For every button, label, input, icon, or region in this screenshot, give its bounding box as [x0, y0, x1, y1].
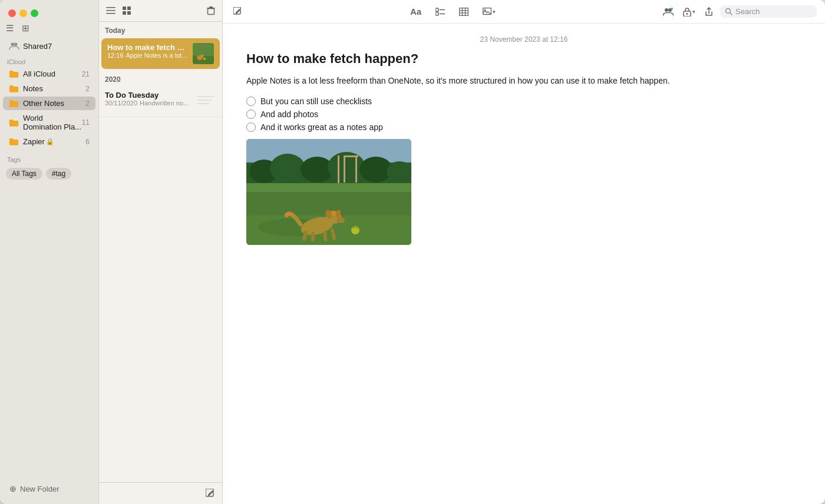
close-button[interactable]: [8, 9, 16, 17]
folder-count-all-icloud: 21: [82, 70, 90, 78]
sidebar-item-all-icloud[interactable]: All iCloud 21: [3, 67, 95, 81]
note-preview-1: Apple Notes is a lot l...: [126, 52, 189, 59]
svg-point-47: [270, 154, 305, 183]
svg-rect-8: [127, 11, 131, 15]
media-dropdown-icon: ▾: [493, 9, 496, 15]
sidebar-item-world-domination[interactable]: World Domination Pla... 11: [3, 111, 95, 134]
note-body: 23 November 2023 at 12:16 How to make fe…: [223, 24, 825, 504]
trash-icon: [207, 6, 215, 15]
lock-button[interactable]: ▾: [681, 6, 698, 18]
svg-point-18: [203, 58, 206, 60]
note-image: [246, 139, 411, 245]
checklist-circle-1: [246, 97, 256, 106]
svg-point-1: [14, 43, 17, 46]
checklist-button[interactable]: [433, 6, 447, 17]
trash-button[interactable]: [206, 5, 216, 16]
notes-list-pane: Today How to make fetch hap... 12:16 App…: [99, 0, 223, 504]
checklist-item-3[interactable]: And it works great as a notes app: [246, 122, 801, 132]
folder-count-zapier: 6: [85, 138, 90, 146]
grid-view-button[interactable]: [121, 5, 133, 16]
checklist-item-2[interactable]: And add photos: [246, 110, 801, 119]
svg-rect-2: [106, 7, 116, 8]
collaborate-button[interactable]: [661, 6, 676, 18]
search-icon: [725, 8, 732, 15]
sidebar-item-shared[interactable]: Shared 7: [3, 39, 95, 53]
tags-label: Tags: [6, 154, 93, 165]
svg-rect-3: [106, 10, 116, 11]
note-content-toolbar: Aa: [223, 0, 825, 24]
checklist-item-1[interactable]: But you can still use checklists: [246, 97, 801, 106]
sidebar-item-notes[interactable]: Notes 2: [3, 82, 95, 95]
note-content-pane: Aa: [223, 0, 825, 504]
svg-rect-13: [193, 56, 214, 64]
search-input[interactable]: [735, 7, 812, 16]
folder-icon-zapier: [9, 137, 19, 146]
center-toolbar: Aa: [251, 5, 655, 18]
traffic-lights: [0, 5, 98, 23]
section-header-today: Today: [99, 22, 222, 37]
svg-rect-19: [195, 91, 216, 112]
compose-button[interactable]: [204, 488, 216, 499]
folder-label-all-icloud: All iCloud: [23, 69, 55, 78]
note-heading: How to make fetch happen?: [246, 51, 801, 68]
folder-count-notes: 2: [85, 85, 90, 93]
svg-rect-27: [435, 12, 438, 15]
svg-rect-5: [123, 6, 126, 10]
svg-rect-69: [246, 215, 411, 245]
svg-point-38: [671, 8, 673, 10]
compose-note-icon: [233, 7, 243, 16]
zapier-lock-icon: 🔒: [46, 138, 54, 145]
folder-label-world-domination: World Domination Pla...: [23, 114, 82, 131]
sidebar-item-other-notes[interactable]: Other Notes 2: [3, 97, 95, 110]
sidebar-item-zapier[interactable]: Zapier 🔒 6: [3, 135, 95, 148]
svg-rect-52: [338, 155, 339, 185]
note-text-content-1: How to make fetch hap... 12:16 Apple Not…: [107, 43, 189, 59]
note-date-2: 30/11/2020: [105, 100, 137, 107]
tag-hashtag[interactable]: #tag: [46, 168, 71, 180]
note-meta-1: 12:16 Apple Notes is a lot l...: [107, 52, 189, 59]
tag-all-tags[interactable]: All Tags: [6, 168, 42, 180]
minimize-button[interactable]: [19, 9, 27, 17]
maximize-button[interactable]: [31, 9, 38, 17]
note-item-2[interactable]: To Do Tuesday 30/11/2020 Handwritten no.…: [99, 86, 222, 117]
note-title-2: To Do Tuesday: [105, 91, 192, 100]
media-button[interactable]: ▾: [480, 6, 498, 17]
sidebar-grid-icon: ⊞: [22, 23, 29, 34]
note-thumbnail-image-2: [195, 91, 216, 112]
collaborate-icon: [663, 7, 674, 16]
font-icon: Aa: [410, 6, 421, 16]
notes-list-content: Today How to make fetch hap... 12:16 App…: [99, 22, 222, 482]
compose-note-button[interactable]: [231, 6, 245, 18]
tags-section: Tags All Tags #tag: [0, 149, 98, 182]
shared-count: 7: [48, 42, 52, 51]
table-icon: [459, 8, 468, 16]
note-thumbnail-2: [195, 91, 216, 112]
folder-count-other-notes: 2: [85, 100, 90, 108]
share-button[interactable]: [702, 6, 715, 18]
svg-rect-54: [344, 155, 345, 183]
folder-label-zapier: Zapier: [23, 137, 45, 146]
compose-icon: [206, 489, 215, 498]
toolbar-right: ▾: [661, 5, 817, 18]
checklist-circle-2: [246, 110, 256, 119]
main-layout: ☰ ⊞ Shared 7 iCloud All iCloud: [0, 0, 825, 504]
sidebar-notes-icon: ☰: [6, 23, 14, 34]
new-folder-label: New Folder: [20, 485, 59, 493]
note-thumbnail-image-1: [193, 43, 214, 64]
note-item-inner-1: How to make fetch hap... 12:16 Apple Not…: [107, 43, 214, 64]
grid-view-icon: [123, 6, 132, 15]
svg-rect-25: [435, 8, 438, 11]
folder-label-notes: Notes: [23, 84, 43, 93]
note-title-1: How to make fetch hap...: [107, 43, 189, 52]
new-folder-button[interactable]: ⊕ New Folder: [0, 480, 98, 499]
note-meta-2: 30/11/2020 Handwritten no...: [105, 100, 192, 107]
checklist-circle-3: [246, 122, 256, 132]
table-button[interactable]: [457, 6, 471, 17]
svg-rect-55: [355, 155, 357, 183]
list-view-button[interactable]: [105, 5, 117, 16]
notes-list-toolbar: [99, 0, 222, 22]
font-button[interactable]: Aa: [408, 5, 424, 18]
svg-rect-6: [127, 6, 131, 10]
svg-rect-4: [106, 13, 116, 14]
note-item-1[interactable]: How to make fetch hap... 12:16 Apple Not…: [101, 38, 220, 69]
